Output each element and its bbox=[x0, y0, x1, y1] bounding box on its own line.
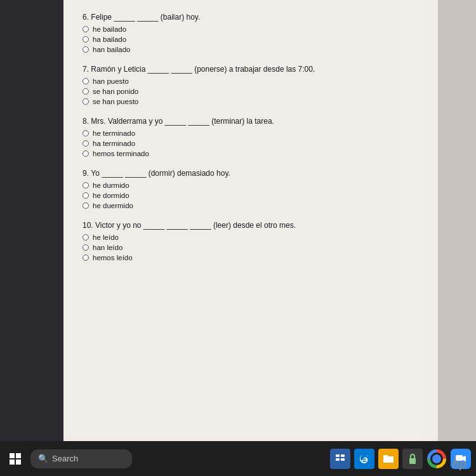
radio-7-2[interactable] bbox=[83, 88, 89, 95]
option-7-1[interactable]: han puesto bbox=[83, 77, 419, 85]
chrome-icon[interactable] bbox=[426, 449, 447, 469]
option-6-2[interactable]: ha bailado bbox=[83, 36, 419, 43]
start-button[interactable] bbox=[5, 449, 25, 469]
svg-rect-3 bbox=[16, 459, 21, 465]
document: 6. Felipe _____ _____ (bailar) hoy. he b… bbox=[63, 0, 438, 441]
search-icon: 🔍 bbox=[38, 454, 48, 463]
option-10-2[interactable]: han leído bbox=[83, 244, 419, 251]
question-10: 10. Victor y yo no _____ _____ _____ (le… bbox=[83, 221, 419, 261]
radio-9-2[interactable] bbox=[83, 192, 89, 199]
chrome-logo bbox=[427, 449, 446, 468]
question-6: 6. Felipe _____ _____ (bailar) hoy. he b… bbox=[83, 13, 419, 53]
radio-10-2[interactable] bbox=[83, 244, 89, 251]
radio-9-1[interactable] bbox=[83, 182, 89, 188]
folder-icon[interactable] bbox=[378, 449, 399, 469]
question-8: 8. Mrs. Valderrama y yo _____ _____ (ter… bbox=[83, 117, 419, 157]
option-7-2[interactable]: se han ponido bbox=[83, 88, 419, 95]
radio-6-1[interactable] bbox=[83, 26, 89, 32]
svg-rect-8 bbox=[409, 458, 416, 464]
option-8-1[interactable]: he terminado bbox=[83, 129, 419, 137]
option-9-2[interactable]: he dormido bbox=[83, 192, 419, 199]
option-9-1[interactable]: he durmido bbox=[83, 182, 419, 189]
question-9: 9. Yo _____ _____ (dormir) demasiado hoy… bbox=[83, 169, 419, 209]
svg-rect-0 bbox=[10, 453, 15, 458]
radio-9-3[interactable] bbox=[83, 202, 89, 209]
svg-rect-6 bbox=[336, 458, 340, 461]
edge-icon[interactable] bbox=[354, 449, 374, 469]
option-10-3[interactable]: hemos leído bbox=[83, 254, 419, 261]
radio-6-2[interactable] bbox=[83, 36, 89, 43]
option-6-1[interactable]: he bailado bbox=[83, 25, 419, 33]
option-7-3[interactable]: se han puesto bbox=[83, 98, 419, 105]
taskbar-search-bar[interactable]: 🔍 Search bbox=[30, 449, 132, 468]
taskbar: 🔍 Search bbox=[0, 441, 476, 476]
right-sidebar bbox=[438, 0, 476, 441]
radio-10-1[interactable] bbox=[83, 234, 89, 241]
radio-10-3[interactable] bbox=[83, 255, 89, 261]
radio-8-1[interactable] bbox=[83, 130, 89, 136]
question-9-title: 9. Yo _____ _____ (dormir) demasiado hoy… bbox=[83, 169, 419, 178]
question-7: 7. Ramón y Leticia _____ _____ (ponerse)… bbox=[83, 65, 419, 105]
question-6-title: 6. Felipe _____ _____ (bailar) hoy. bbox=[83, 13, 419, 22]
radio-7-1[interactable] bbox=[83, 78, 89, 84]
svg-rect-2 bbox=[10, 459, 15, 465]
svg-rect-7 bbox=[341, 458, 345, 461]
svg-rect-4 bbox=[336, 454, 340, 457]
svg-rect-1 bbox=[16, 453, 21, 458]
lock-icon[interactable] bbox=[402, 449, 423, 469]
radio-8-2[interactable] bbox=[83, 140, 89, 147]
question-7-title: 7. Ramón y Leticia _____ _____ (ponerse)… bbox=[83, 65, 419, 74]
question-8-title: 8. Mrs. Valderrama y yo _____ _____ (ter… bbox=[83, 117, 419, 126]
task-view-icon[interactable] bbox=[330, 449, 350, 469]
radio-8-3[interactable] bbox=[83, 150, 89, 157]
search-label: Search bbox=[52, 454, 78, 463]
svg-rect-5 bbox=[341, 454, 345, 457]
option-6-3[interactable]: han bailado bbox=[83, 46, 419, 53]
left-sidebar bbox=[0, 0, 63, 441]
option-8-3[interactable]: hemos terminado bbox=[83, 150, 419, 157]
question-10-title: 10. Victor y yo no _____ _____ _____ (le… bbox=[83, 221, 419, 230]
screen: 6. Felipe _____ _____ (bailar) hoy. he b… bbox=[0, 0, 476, 441]
radio-7-3[interactable] bbox=[83, 98, 89, 105]
option-8-2[interactable]: ha terminado bbox=[83, 140, 419, 147]
taskbar-icons bbox=[330, 449, 471, 469]
hp-logo: hp bbox=[453, 458, 466, 471]
radio-6-3[interactable] bbox=[83, 46, 89, 53]
option-10-1[interactable]: he leído bbox=[83, 234, 419, 241]
option-9-3[interactable]: he duermido bbox=[83, 202, 419, 209]
